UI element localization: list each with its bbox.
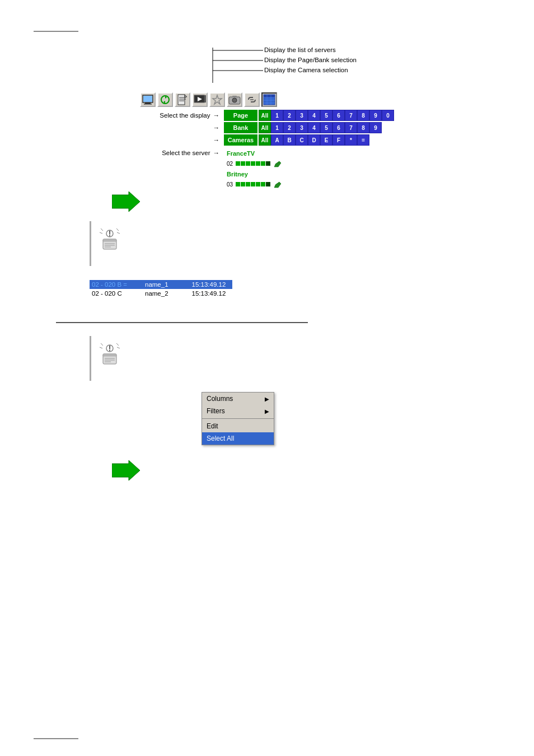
cameras-btn[interactable]: Cameras [224, 134, 257, 146]
svg-rect-37 [103, 239, 116, 241]
bank-8-btn[interactable]: 8 [357, 122, 369, 133]
arrow-to-bank: → [213, 124, 220, 131]
svg-line-52 [100, 347, 102, 348]
page-5-btn[interactable]: 5 [320, 110, 332, 121]
svg-line-41 [100, 232, 102, 234]
sig-3b [246, 182, 250, 186]
svg-line-42 [117, 232, 120, 234]
bank-5-btn[interactable]: 5 [320, 122, 332, 133]
bank-2-btn[interactable]: 2 [283, 122, 296, 133]
grid-btn[interactable] [261, 92, 277, 107]
right-arrow-svg-2 [112, 459, 140, 482]
page-3-btn[interactable]: 3 [296, 110, 308, 121]
caution-icon-1: ! [97, 224, 122, 252]
page-8-btn[interactable]: 8 [357, 110, 369, 121]
server-label: Select the server → [140, 148, 224, 156]
cam-d-btn[interactable]: D [308, 134, 320, 146]
cam-a-btn[interactable]: A [271, 134, 283, 146]
arrow-right-1 [112, 190, 140, 214]
context-menu: Columns ▶ Filters ▶ Edit Select All [202, 392, 274, 445]
page-6-btn[interactable]: 6 [332, 110, 345, 121]
page-7-btn[interactable]: 7 [345, 110, 357, 121]
top-decorative-line [34, 31, 78, 32]
star-btn[interactable] [209, 92, 225, 107]
table-row[interactable]: 02 - 020 B = name_1 15:13:49.12 [90, 280, 232, 289]
callout-text1: Display the list of servers [264, 46, 336, 53]
cam-all-btn[interactable]: All [259, 134, 271, 146]
ctx-item-edit[interactable]: Edit [202, 420, 274, 432]
section2: ! Columns ▶ Filters ▶ Edit [90, 336, 274, 445]
page-4-btn[interactable]: 4 [308, 110, 320, 121]
server-num-02: 02 [227, 161, 233, 167]
sig-5b [256, 182, 260, 186]
bank-4-btn[interactable]: 4 [308, 122, 320, 133]
cam-eq-btn[interactable]: = [357, 134, 369, 146]
list-item[interactable]: Britney [227, 169, 282, 179]
page-label-area: Select the display → [140, 112, 224, 119]
cam-b-btn[interactable]: B [283, 134, 296, 146]
ctx-label-edit: Edit [207, 422, 218, 430]
cell-id-2: 02 - 020 C [90, 289, 134, 298]
ctx-item-columns[interactable]: Columns ▶ [202, 393, 274, 405]
page-1-btn[interactable]: 1 [271, 110, 283, 121]
bank-6-btn[interactable]: 6 [332, 122, 345, 133]
table-section: 02 - 020 B = name_1 15:13:49.12 02 - 020… [90, 280, 232, 298]
sig-1 [236, 161, 240, 166]
svg-marker-29 [274, 161, 281, 167]
svg-rect-48 [103, 354, 116, 356]
page-9-btn[interactable]: 9 [369, 110, 382, 121]
cam-c-btn[interactable]: C [296, 134, 308, 146]
page-2-btn[interactable]: 2 [283, 110, 296, 121]
monitor-btn[interactable] [140, 92, 156, 107]
bank-1-btn[interactable]: 1 [271, 122, 283, 133]
svg-marker-31 [274, 182, 281, 188]
table-row[interactable]: 02 - 020 C name_2 15:13:49.12 [90, 289, 232, 298]
page-all-btn[interactable]: All [259, 110, 271, 121]
callout-text2: Display the Page/Bank selection [264, 57, 357, 63]
svg-text:!: ! [108, 229, 111, 238]
caution-icon-2: ! [97, 339, 122, 367]
sig-7b [266, 182, 270, 186]
bank-btn[interactable]: Bank [224, 122, 257, 133]
signal-blocks-02 [236, 161, 270, 166]
list-item[interactable]: 03 [227, 179, 282, 190]
page-btn[interactable]: Page [224, 110, 257, 121]
server-name-britney: Britney [227, 171, 248, 178]
bank-row: → Bank All 1 2 3 4 5 6 7 8 9 [140, 122, 515, 133]
server-list: FranceTV 02 Britney 03 [227, 148, 282, 190]
link-btn[interactable] [244, 92, 260, 107]
svg-rect-20 [232, 96, 237, 97]
list-item[interactable]: FranceTV [227, 148, 282, 158]
cell-name-2: name_2 [134, 289, 175, 298]
ctx-label-filters: Filters [207, 407, 225, 415]
cell-name-1: name_1 [134, 280, 175, 289]
right-arrow-svg-1 [112, 190, 140, 213]
sig-4 [251, 161, 255, 166]
cam-star-btn[interactable]: * [345, 134, 357, 146]
recycle-btn[interactable] [157, 92, 173, 107]
svg-text:!: ! [108, 344, 111, 353]
server-name-francetv: FranceTV [227, 150, 255, 157]
bank-3-btn[interactable]: 3 [296, 122, 308, 133]
ctx-item-filters[interactable]: Filters ▶ [202, 405, 274, 417]
camera-btn[interactable] [227, 92, 242, 107]
server-list-area: Select the server → FranceTV 02 [140, 148, 515, 190]
file-btn[interactable] [175, 92, 190, 107]
cell-id-1: 02 - 020 B = [90, 280, 134, 289]
svg-marker-33 [112, 192, 140, 212]
svg-marker-56 [112, 460, 140, 480]
ctx-label-select-all: Select All [207, 435, 234, 442]
ctx-item-select-all[interactable]: Select All [202, 432, 274, 445]
svg-marker-10 [185, 95, 187, 97]
cam-e-btn[interactable]: E [320, 134, 332, 146]
page-0-btn[interactable]: 0 [382, 110, 394, 121]
list-item[interactable]: 02 [227, 158, 282, 169]
svg-marker-17 [213, 95, 222, 104]
bank-all-btn[interactable]: All [259, 122, 271, 133]
ctx-arrow-filters: ▶ [265, 408, 269, 414]
svg-rect-23 [264, 95, 275, 97]
bank-7-btn[interactable]: 7 [345, 122, 357, 133]
cam-f-btn[interactable]: F [332, 134, 345, 146]
bank-9-btn[interactable]: 9 [369, 122, 382, 133]
play-btn[interactable] [192, 92, 208, 107]
